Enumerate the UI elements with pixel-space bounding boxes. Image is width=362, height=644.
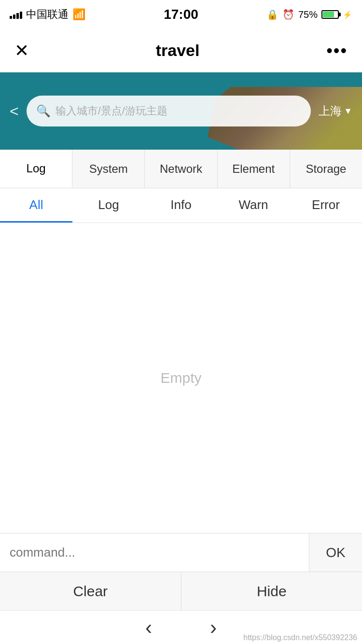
battery-percent: 75% xyxy=(298,9,318,20)
command-bar: OK xyxy=(0,533,362,572)
nav-bar: ✕ travel ••• xyxy=(0,29,362,72)
close-button[interactable]: ✕ xyxy=(14,41,29,61)
battery-fill xyxy=(323,12,334,17)
battery-icon xyxy=(321,10,339,19)
log-tab-info[interactable]: Info xyxy=(145,188,217,223)
log-tab-log[interactable]: Log xyxy=(72,188,145,223)
status-bar: 中国联通 📶 17:00 🔒 ⏰ 75% ⚡ xyxy=(0,0,362,29)
clear-button[interactable]: Clear xyxy=(0,572,181,610)
log-content-area: Empty xyxy=(0,223,362,533)
lock-icon: 🔒 xyxy=(266,9,278,20)
log-tab-error[interactable]: Error xyxy=(290,188,362,223)
status-time: 17:00 xyxy=(164,7,198,22)
hide-button[interactable]: Hide xyxy=(181,572,362,610)
search-placeholder: 输入城市/景点/游玩主题 xyxy=(56,104,167,118)
empty-label: Empty xyxy=(160,370,201,386)
log-tab-all[interactable]: All xyxy=(0,188,72,223)
tab-network[interactable]: Network xyxy=(145,150,217,188)
dev-tabs-row1: Log System Network Element Storage xyxy=(0,150,362,188)
city-label: 上海 xyxy=(319,103,342,119)
status-right: 🔒 ⏰ 75% ⚡ xyxy=(266,9,352,20)
app-header: < 🔍 输入城市/景点/游玩主题 上海 ▼ xyxy=(0,72,362,150)
page-wrapper: 中国联通 📶 17:00 🔒 ⏰ 75% ⚡ ✕ travel ••• < 🔍 … xyxy=(0,0,362,644)
bottom-actions: Clear Hide xyxy=(0,572,362,610)
watermark: https://blog.csdn.net/x550392236 xyxy=(243,633,357,642)
wifi-icon: 📶 xyxy=(72,8,85,21)
page-title: travel xyxy=(156,41,200,60)
back-button[interactable]: < xyxy=(10,102,19,120)
dev-tabs-row2: All Log Info Warn Error xyxy=(0,188,362,223)
log-tab-warn[interactable]: Warn xyxy=(217,188,290,223)
charging-icon: ⚡ xyxy=(343,10,352,19)
tab-element[interactable]: Element xyxy=(218,150,290,188)
signal-bars xyxy=(10,10,22,19)
city-selector[interactable]: 上海 ▼ xyxy=(319,103,352,119)
tab-log[interactable]: Log xyxy=(0,150,72,188)
tab-storage[interactable]: Storage xyxy=(290,150,362,188)
command-input[interactable] xyxy=(0,533,309,572)
home-bar: ‹ › https://blog.csdn.net/x550392236 xyxy=(0,610,362,644)
forward-nav-button[interactable]: › xyxy=(210,616,217,639)
back-nav-button[interactable]: ‹ xyxy=(145,616,152,639)
chevron-down-icon: ▼ xyxy=(344,106,352,116)
ok-button[interactable]: OK xyxy=(309,533,362,572)
search-icon: 🔍 xyxy=(36,104,51,118)
status-left: 中国联通 📶 xyxy=(10,7,85,22)
more-button[interactable]: ••• xyxy=(326,41,348,61)
search-box[interactable]: 🔍 输入城市/景点/游玩主题 xyxy=(27,96,311,126)
alarm-icon: ⏰ xyxy=(282,9,294,20)
carrier-label: 中国联通 xyxy=(26,7,69,22)
tab-system[interactable]: System xyxy=(72,150,145,188)
